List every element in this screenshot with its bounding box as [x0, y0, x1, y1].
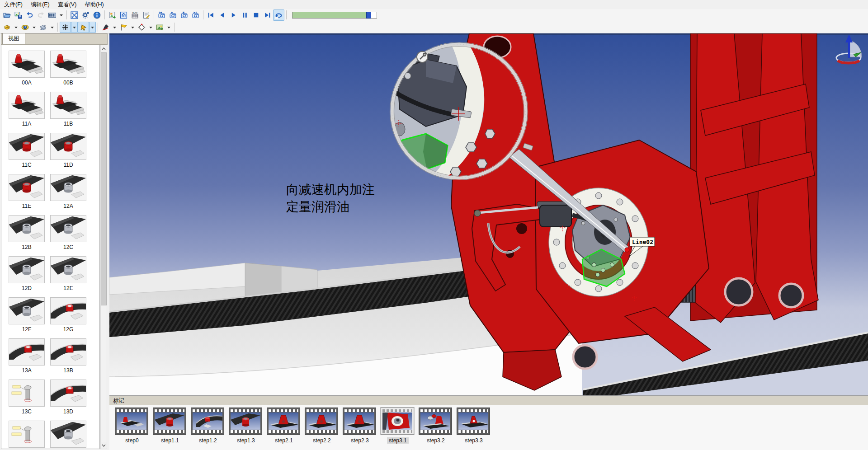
view-thumbnail-13A[interactable]: 13A: [6, 338, 47, 374]
view-thumbnail-partial[interactable]: [6, 421, 47, 448]
orient-tool-dropdown[interactable]: [89, 22, 96, 33]
view-thumbnail-11E[interactable]: 11E: [6, 174, 47, 209]
visibility-tool-dropdown[interactable]: [31, 22, 38, 33]
view-thumbnail-11C[interactable]: 11C: [6, 133, 47, 168]
gear-icon: [82, 11, 90, 19]
shape-tool-button[interactable]: [136, 22, 147, 33]
pen-icon: [102, 23, 109, 31]
svg-text:BOM: BOM: [132, 12, 137, 14]
bom-table-button[interactable]: BOM: [129, 9, 141, 21]
move-tool-button[interactable]: [60, 22, 71, 33]
play-button[interactable]: [228, 9, 239, 21]
view-thumbnail-12C[interactable]: 12C: [47, 215, 89, 250]
camera-first-button[interactable]: [156, 9, 167, 21]
camera-stop-button[interactable]: [179, 9, 190, 21]
step-thumbnail-step3.2[interactable]: step3.2: [419, 408, 453, 444]
view-thumbnail-image: [9, 92, 45, 119]
step-thumbnail-step2.1[interactable]: step2.1: [267, 408, 301, 444]
save-image-button[interactable]: [13, 9, 24, 21]
fit-view-button[interactable]: [69, 9, 80, 21]
home-icon: [120, 11, 127, 19]
view-thumbnail-11A[interactable]: 11A: [6, 92, 47, 127]
go-first-button[interactable]: [205, 9, 217, 21]
animation-export-button[interactable]: [47, 9, 58, 21]
redo-button[interactable]: [35, 9, 47, 21]
step-label: step1.1: [159, 437, 180, 444]
settings-button[interactable]: [80, 9, 91, 21]
explode-tool-dropdown[interactable]: [49, 22, 56, 33]
pause-icon: [241, 11, 249, 19]
pen-tool-button[interactable]: [100, 22, 111, 33]
step-thumbnail-step3.3[interactable]: step3.3: [457, 408, 491, 444]
step-thumbnail-step3.1[interactable]: step3.1: [381, 408, 415, 444]
camera-play-button[interactable]: [167, 9, 179, 21]
move-tool-dropdown[interactable]: [71, 22, 78, 33]
filmstrip-sprockets: [155, 430, 184, 433]
sidebar-scrollbar[interactable]: [100, 45, 107, 449]
default-view-button[interactable]: [118, 9, 129, 21]
progress-handle[interactable]: [366, 12, 371, 19]
view-thumbnail-11B[interactable]: 11B: [47, 92, 89, 127]
view-thumbnail-13B[interactable]: 13B: [47, 338, 89, 374]
menu-edit[interactable]: 编辑(E): [27, 0, 54, 9]
open-button[interactable]: [1, 9, 13, 21]
menu-file[interactable]: 文件(F): [0, 0, 27, 9]
annotation-list-button[interactable]: [141, 9, 152, 21]
view-thumbnail-label: 13B: [47, 367, 89, 374]
animation-progress-slider[interactable]: [292, 12, 377, 19]
shape-tool-dropdown[interactable]: [147, 22, 154, 33]
scroll-up-icon[interactable]: [101, 45, 107, 52]
step-back-button[interactable]: [217, 9, 228, 21]
cam-stop-icon: [180, 11, 188, 19]
view-thumbnail-13D[interactable]: 13D: [47, 380, 89, 415]
step-thumbnail-step2.3[interactable]: step2.3: [343, 408, 377, 444]
view-thumbnail-00B[interactable]: 00B: [47, 51, 89, 86]
view-thumbnail-12D[interactable]: 12D: [6, 256, 47, 291]
flag-tool-button[interactable]: [118, 22, 129, 33]
animation-export-dropdown[interactable]: [58, 9, 65, 21]
about-button[interactable]: [91, 9, 103, 21]
image-tool-button[interactable]: [154, 22, 165, 33]
view-thumbnail-image: [9, 174, 45, 201]
flag-tool-dropdown[interactable]: [129, 22, 136, 33]
view-thumbnail-12F[interactable]: 12F: [6, 297, 47, 333]
scroll-down-icon[interactable]: [101, 442, 107, 449]
pause-button[interactable]: [239, 9, 250, 21]
view-thumbnail-13C[interactable]: 13C: [6, 380, 47, 415]
export-image-button[interactable]: [107, 9, 118, 21]
scrollbar-thumb[interactable]: [101, 52, 107, 305]
view-thumbnail-00A[interactable]: 00A: [6, 51, 47, 86]
pen-tool-dropdown[interactable]: [111, 22, 118, 33]
tab-views[interactable]: 视图: [2, 33, 25, 44]
orient-tool-button[interactable]: [78, 22, 89, 33]
step-thumbnail-step0[interactable]: step0: [115, 408, 149, 444]
menu-view[interactable]: 查看(V): [54, 0, 81, 9]
section-tool-dropdown[interactable]: [13, 22, 19, 33]
menu-help[interactable]: 帮助(H): [80, 0, 108, 9]
image-tool-dropdown[interactable]: [165, 22, 172, 33]
section-tool-button[interactable]: [1, 22, 13, 33]
view-thumbnail-label: 13A: [6, 367, 47, 374]
go-last-button[interactable]: [262, 9, 273, 21]
view-thumbnail-12A[interactable]: 12A: [47, 174, 89, 209]
view-thumbnail-label: 13C: [6, 408, 47, 415]
view-thumbnail-11D[interactable]: 11D: [47, 133, 89, 168]
view-thumbnail-12G[interactable]: 12G: [47, 297, 89, 333]
visibility-tool-button[interactable]: [19, 22, 31, 33]
step-thumbnail-step2.2[interactable]: step2.2: [305, 408, 339, 444]
step-thumbnail-step1.2[interactable]: step1.2: [191, 408, 225, 444]
loop-button[interactable]: [273, 9, 284, 21]
explode-tool-button[interactable]: [38, 22, 49, 33]
filmstrip-frame: [305, 408, 338, 435]
view-thumbnail-12E[interactable]: 12E: [47, 256, 89, 291]
filmstrip-sprockets: [458, 430, 488, 433]
view-thumbnail-12B[interactable]: 12B: [6, 215, 47, 250]
3d-viewport[interactable]: Line02: [109, 33, 868, 395]
stop-button[interactable]: [250, 9, 262, 21]
camera-last-button[interactable]: [190, 9, 201, 21]
undo-button[interactable]: [24, 9, 35, 21]
step-thumbnail-step1.3[interactable]: step1.3: [229, 408, 263, 444]
toolbar-separator: [104, 10, 105, 19]
view-thumbnail-partial[interactable]: [47, 421, 89, 448]
step-thumbnail-step1.1[interactable]: step1.1: [153, 408, 187, 444]
